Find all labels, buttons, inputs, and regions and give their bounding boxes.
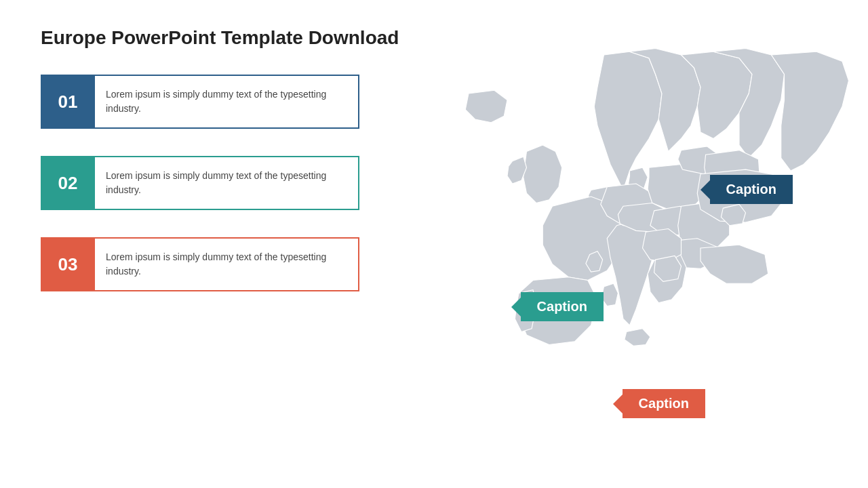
item-number-2: 02 <box>41 156 95 210</box>
list-item-1: 01 Lorem ipsum is simply dummy text of t… <box>41 75 359 129</box>
caption-label-2: Caption <box>521 292 604 321</box>
item-number-1: 01 <box>41 75 95 129</box>
map-container: Caption Caption Caption <box>353 41 868 481</box>
item-text-3: Lorem ipsum is simply dummy text of the … <box>92 237 359 291</box>
item-text-2: Lorem ipsum is simply dummy text of the … <box>92 156 359 210</box>
item-number-3: 03 <box>41 237 95 291</box>
caption-label-1: Caption <box>710 175 793 204</box>
caption-label-3: Caption <box>623 389 705 418</box>
europe-map <box>353 41 868 481</box>
left-panel: 01 Lorem ipsum is simply dummy text of t… <box>41 75 359 291</box>
slide: Europe PowerPoint Template Download 01 L… <box>0 0 868 488</box>
list-item-3: 03 Lorem ipsum is simply dummy text of t… <box>41 237 359 291</box>
item-text-1: Lorem ipsum is simply dummy text of the … <box>92 75 359 129</box>
list-item-2: 02 Lorem ipsum is simply dummy text of t… <box>41 156 359 210</box>
